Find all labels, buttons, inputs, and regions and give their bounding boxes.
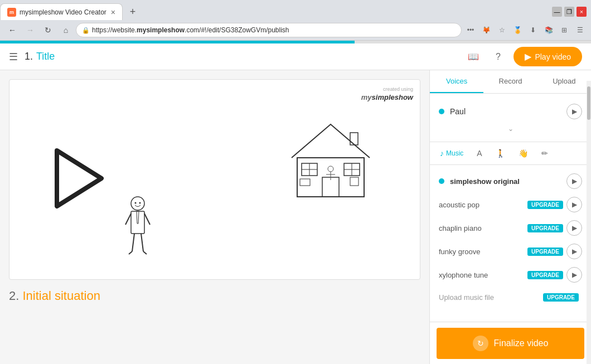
active-dot — [439, 109, 444, 114]
restore-button[interactable]: ❐ — [564, 7, 574, 17]
library-icon[interactable]: 📚 — [542, 23, 555, 37]
svg-line-22 — [132, 234, 134, 251]
svg-line-20 — [125, 213, 131, 225]
right-panel: Voices Record Upload Paul ▶ ⌄ ♪ Music — [429, 70, 591, 364]
music-item-label: chaplin piano — [439, 224, 527, 232]
music-tab[interactable]: ♪ Music — [437, 147, 467, 160]
draw-icon: ✏ — [541, 149, 548, 158]
draw-tab[interactable]: ✏ — [538, 147, 551, 160]
text-tab[interactable]: A — [473, 147, 485, 160]
active-dot — [439, 178, 444, 184]
tab-record[interactable]: Record — [483, 70, 537, 93]
play-video-icon: ▶ — [525, 51, 531, 62]
character-icon: 🚶 — [496, 149, 505, 158]
step-number: 1. — [25, 51, 33, 62]
home-button[interactable]: ⌂ — [58, 22, 74, 38]
tabs-row: Voices Record Upload — [430, 70, 591, 94]
upload-upgrade-badge[interactable]: UPGRADE — [543, 293, 579, 302]
medal-icon[interactable]: 🏅 — [511, 23, 524, 37]
svg-line-24 — [129, 251, 132, 254]
gesture-icon: 👋 — [519, 149, 528, 158]
upgrade-badge[interactable]: UPGRADE — [527, 271, 563, 279]
svg-line-21 — [144, 213, 150, 225]
svg-marker-0 — [57, 151, 101, 206]
tab-favicon: m — [7, 8, 16, 17]
page-title: Title — [36, 51, 55, 62]
more-options-button[interactable]: ••• — [464, 23, 477, 37]
bookmark-icon[interactable]: ☆ — [495, 23, 508, 37]
url-display: https://website.mysimpleshow.com/#!/edit… — [92, 26, 289, 34]
forward-button: → — [22, 22, 38, 38]
voice-section: Paul ▶ ⌄ — [430, 94, 591, 142]
gesture-tab[interactable]: 👋 — [515, 147, 531, 160]
left-panel: created using mysimpleshow — [0, 70, 429, 364]
menu-icon[interactable]: ☰ — [573, 23, 587, 37]
scrollbar-thumb[interactable] — [587, 86, 590, 120]
list-item[interactable]: acoustic pop UPGRADE ▶ — [437, 193, 584, 216]
help-icon-button[interactable]: ? — [489, 48, 507, 66]
upload-music-row[interactable]: Upload music file UPGRADE — [437, 289, 584, 306]
voice-expand-button[interactable]: ⌄ — [437, 123, 584, 135]
reload-button[interactable]: ↻ — [40, 22, 56, 38]
tab-voices[interactable]: Voices — [430, 70, 483, 93]
svg-line-25 — [143, 251, 147, 254]
voice-play-button[interactable]: ▶ — [566, 104, 582, 119]
finalize-bar: ↻ Finalize video — [430, 322, 591, 364]
tab-title: mysimpleshow Video Creator — [20, 8, 106, 16]
tab-close-button[interactable]: × — [111, 8, 115, 17]
icon-tabs-row: ♪ Music A 🚶 👋 ✏ — [430, 142, 591, 165]
music-item-label: xylophone tune — [439, 271, 527, 279]
finalize-icon: ↻ — [473, 336, 488, 351]
list-item[interactable]: chaplin piano UPGRADE ▶ — [437, 216, 584, 240]
hamburger-menu[interactable]: ☰ — [9, 51, 18, 63]
tab-upload[interactable]: Upload — [537, 70, 591, 93]
svg-point-15 — [131, 197, 144, 210]
voice-name: Paul — [450, 107, 566, 116]
upgrade-badge[interactable]: UPGRADE — [527, 247, 563, 256]
svg-point-12 — [328, 166, 333, 172]
svg-rect-18 — [131, 211, 144, 234]
watermark: created using mysimpleshow — [361, 86, 413, 102]
music-play-button[interactable]: ▶ — [566, 267, 582, 283]
music-list: simpleshow original ▶ acoustic pop UPGRA… — [430, 165, 591, 322]
back-button[interactable]: ← — [4, 22, 20, 38]
section-below-title[interactable]: 2. Initial situation — [9, 289, 420, 303]
play-arrow-icon — [54, 148, 104, 211]
music-play-button[interactable]: ▶ — [566, 244, 582, 259]
book-icon-button[interactable]: 📖 — [464, 48, 482, 66]
video-preview[interactable]: created using mysimpleshow — [9, 79, 420, 280]
list-item[interactable]: funky groove UPGRADE ▶ — [437, 240, 584, 263]
browser-tab[interactable]: m mysimpleshow Video Creator × — [0, 3, 123, 20]
music-play-button[interactable]: ▶ — [566, 197, 582, 212]
upgrade-badge[interactable]: UPGRADE — [527, 224, 563, 232]
music-play-button[interactable]: ▶ — [566, 220, 582, 236]
music-item-label: funky groove — [439, 247, 527, 256]
address-bar[interactable]: 🔒 https://website.mysimpleshow.com/#!/ed… — [76, 23, 462, 37]
pocket-icon[interactable]: 🦊 — [479, 23, 493, 37]
music-play-button[interactable]: ▶ — [566, 173, 582, 189]
close-button[interactable]: × — [577, 7, 587, 17]
finalize-video-button[interactable]: ↻ Finalize video — [437, 328, 584, 359]
list-item[interactable]: xylophone tune UPGRADE ▶ — [437, 263, 584, 287]
character-tab[interactable]: 🚶 — [492, 147, 508, 160]
brand-logo: mysimpleshow — [361, 92, 413, 102]
list-item[interactable]: simpleshow original ▶ — [437, 169, 584, 193]
svg-rect-9 — [300, 179, 310, 186]
breadcrumb: 1. Title — [25, 51, 55, 62]
new-tab-button[interactable]: + — [125, 4, 141, 20]
upload-music-label: Upload music file — [439, 293, 543, 302]
download-icon[interactable]: ⬇ — [526, 23, 540, 37]
person-illustration — [121, 196, 154, 263]
music-item-label: simpleshow original — [450, 177, 566, 186]
svg-line-23 — [141, 234, 143, 251]
svg-rect-11 — [350, 133, 358, 145]
app-container: ☰ 1. Title 📖 ? ▶ Play video created usin… — [0, 41, 591, 364]
svg-point-17 — [139, 202, 141, 204]
house-illustration — [286, 113, 375, 202]
upgrade-badge[interactable]: UPGRADE — [527, 201, 563, 209]
minimize-button[interactable]: — — [552, 7, 562, 17]
svg-rect-10 — [350, 177, 359, 186]
scrollbar[interactable] — [587, 81, 591, 364]
play-video-button[interactable]: ▶ Play video — [514, 47, 582, 66]
sync-icon[interactable]: ⊞ — [558, 23, 571, 37]
